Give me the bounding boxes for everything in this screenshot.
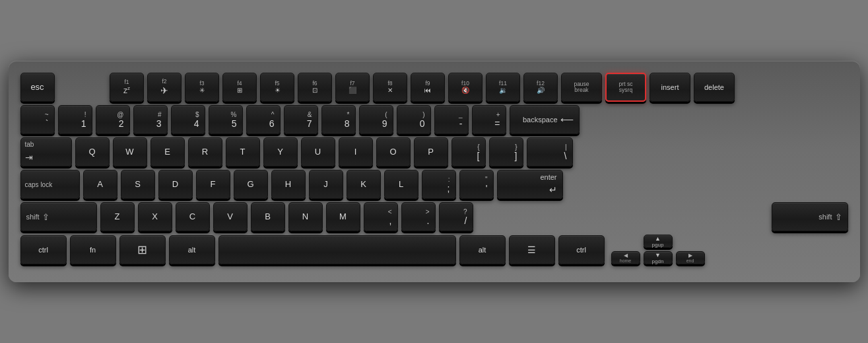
key-left-bracket[interactable]: { [ (451, 137, 486, 167)
key-delete[interactable]: delete (694, 73, 735, 102)
key-j[interactable]: J (309, 170, 343, 199)
key-backslash[interactable]: | \ (527, 137, 573, 167)
key-equals[interactable]: + = (472, 105, 506, 134)
key-k[interactable]: K (347, 170, 381, 199)
key-f11[interactable]: f11 🔉 (486, 73, 520, 102)
key-pgup[interactable]: ▲ pgup (644, 235, 673, 248)
key-backspace[interactable]: backspace ⟵ (510, 105, 580, 134)
key-f7[interactable]: f7 ⬛ (335, 73, 370, 102)
key-f4[interactable]: f4 ⊞ (222, 73, 257, 102)
key-0[interactable]: ) 0 (397, 105, 431, 134)
home-row: caps lock A S D F G H J K L : ; " ' ente… (20, 170, 848, 199)
key-f[interactable]: F (196, 170, 230, 199)
keyboard: esc f1 zz f2 ✈ f3 ✳ f4 ⊞ f5 ☀ f6 ⊡ f7 (9, 61, 860, 282)
key-l[interactable]: L (384, 170, 418, 199)
key-2[interactable]: @ 2 (96, 105, 130, 134)
key-f3[interactable]: f3 ✳ (185, 73, 219, 102)
key-right-bracket[interactable]: } ] (489, 137, 523, 167)
key-9[interactable]: ( 9 (359, 105, 393, 134)
key-r[interactable]: R (188, 137, 222, 167)
key-backtick[interactable]: ~ ` (20, 105, 55, 134)
key-f5[interactable]: f5 ☀ (260, 73, 294, 102)
function-row: esc f1 zz f2 ✈ f3 ✳ f4 ⊞ f5 ☀ f6 ⊡ f7 (20, 73, 848, 102)
key-menu[interactable]: ☰ (509, 235, 555, 264)
shift-row: shift ⇧ Z X C V B N M < , > . ? / (20, 202, 848, 231)
key-minus[interactable]: _ - (434, 105, 469, 134)
key-d[interactable]: D (158, 170, 193, 199)
key-v[interactable]: V (213, 202, 248, 231)
key-period[interactable]: > . (401, 202, 436, 231)
key-w[interactable]: W (113, 137, 147, 167)
key-right-shift[interactable]: shift ⇧ (772, 202, 848, 231)
bottom-row: ctrl fn ⊞ alt alt ☰ ctrl ▲ pgup (20, 235, 848, 264)
key-f12[interactable]: f12 🔊 (523, 73, 558, 102)
key-f1[interactable]: f1 zz (110, 73, 144, 102)
key-right-alt[interactable]: alt (459, 235, 506, 264)
key-left-alt[interactable]: alt (169, 235, 215, 264)
key-8[interactable]: * 8 (321, 105, 356, 134)
key-f2[interactable]: f2 ✈ (147, 73, 182, 102)
key-u[interactable]: U (301, 137, 335, 167)
key-left-shift[interactable]: shift ⇧ (20, 202, 97, 231)
key-t[interactable]: T (226, 137, 260, 167)
key-insert[interactable]: insert (650, 73, 690, 102)
key-c[interactable]: C (176, 202, 210, 231)
key-i[interactable]: I (339, 137, 373, 167)
number-row: ~ ` ! 1 @ 2 # 3 $ 4 (20, 105, 848, 134)
key-f10[interactable]: f10 🔇 (448, 73, 483, 102)
key-5[interactable]: % 5 (209, 105, 243, 134)
key-end[interactable]: ▶ end (676, 251, 705, 264)
key-pause-break[interactable]: pause break (561, 73, 602, 102)
key-3[interactable]: # 3 (133, 105, 168, 134)
key-s[interactable]: S (121, 170, 155, 199)
key-pgdn[interactable]: ▼ pgdn (644, 251, 673, 264)
key-4[interactable]: $ 4 (171, 105, 205, 134)
key-y[interactable]: Y (263, 137, 298, 167)
key-p[interactable]: P (414, 137, 448, 167)
key-f9[interactable]: f9 ⏮ (411, 73, 445, 102)
key-6[interactable]: ^ 6 (246, 105, 281, 134)
key-a[interactable]: A (83, 170, 117, 199)
key-comma[interactable]: < , (364, 202, 398, 231)
key-esc[interactable]: esc (20, 73, 55, 102)
key-o[interactable]: O (376, 137, 411, 167)
key-b[interactable]: B (251, 202, 285, 231)
key-right-ctrl[interactable]: ctrl (558, 235, 605, 264)
key-m[interactable]: M (326, 202, 360, 231)
key-f8[interactable]: f8 ✕ (373, 73, 407, 102)
key-q[interactable]: Q (75, 137, 110, 167)
key-f6[interactable]: f6 ⊡ (298, 73, 332, 102)
key-z[interactable]: Z (100, 202, 135, 231)
key-windows[interactable]: ⊞ (119, 235, 166, 264)
key-space[interactable] (218, 235, 456, 264)
key-left-ctrl[interactable]: ctrl (20, 235, 67, 264)
key-n[interactable]: N (288, 202, 323, 231)
key-semicolon[interactable]: : ; (422, 170, 456, 199)
key-h[interactable]: H (271, 170, 306, 199)
key-1[interactable]: ! 1 (58, 105, 92, 134)
key-prt-sc[interactable]: prt sc sysrq (605, 73, 646, 102)
key-slash[interactable]: ? / (439, 202, 473, 231)
key-home[interactable]: ◀ home (611, 251, 640, 264)
key-e[interactable]: E (150, 137, 185, 167)
key-g[interactable]: G (234, 170, 268, 199)
key-tab[interactable]: tab ⇥ (20, 137, 72, 167)
key-enter[interactable]: enter ↵ (497, 170, 563, 199)
key-quote[interactable]: " ' (459, 170, 494, 199)
key-7[interactable]: & 7 (284, 105, 318, 134)
key-fn[interactable]: fn (70, 235, 116, 264)
key-x[interactable]: X (138, 202, 172, 231)
qwerty-row: tab ⇥ Q W E R T Y U I O P { [ } ] | \ (20, 137, 848, 167)
key-caps-lock[interactable]: caps lock (20, 170, 80, 199)
